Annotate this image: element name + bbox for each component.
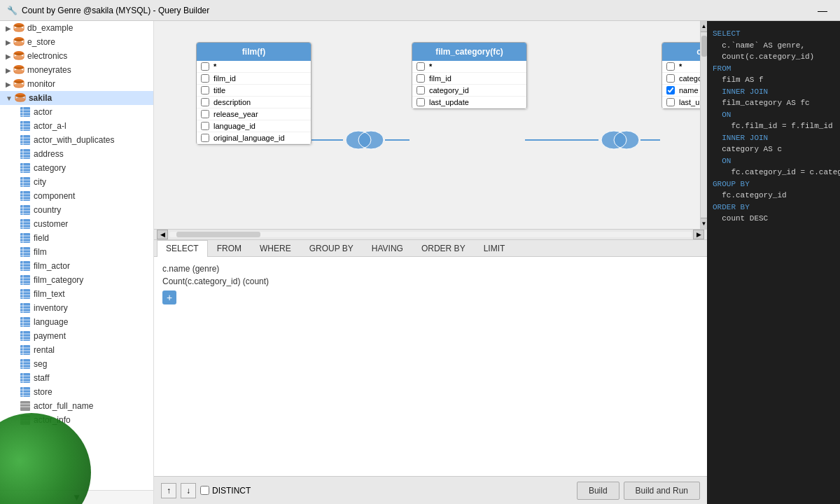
field-checkbox-category-name[interactable] (666, 86, 675, 94)
sql-tab-order-by[interactable]: ORDER BY (412, 240, 475, 256)
query-builder-area: film(f) * film_id title description rele… (154, 21, 707, 229)
sidebar-item-moneyrates[interactable]: ▶ moneyrates (0, 63, 153, 77)
field-checkbox-film_category-film_id[interactable] (416, 74, 425, 83)
move-up-btn[interactable]: ↑ (161, 483, 176, 498)
sidebar-item-sakila[interactable]: ▼ sakila (0, 91, 153, 105)
vscroll-down-btn[interactable]: ▼ (701, 218, 707, 229)
distinct-label: DISTINCT (212, 486, 251, 496)
field-checkbox-category-last_update[interactable] (666, 98, 675, 106)
hscroll-track[interactable] (169, 232, 692, 237)
table-name: address (34, 149, 64, 159)
sidebar-item-customer[interactable]: customer (0, 217, 153, 231)
sql-tab-where[interactable]: WHERE (251, 240, 300, 256)
sidebar-item-category[interactable]: category (0, 161, 153, 175)
expand-arrow: ▶ (6, 38, 11, 46)
sidebar-item-monitor[interactable]: ▶ monitor (0, 77, 153, 91)
sidebar-item-electronics[interactable]: ▶ electronics (0, 49, 153, 63)
sidebar-item-staff[interactable]: staff (0, 371, 153, 385)
sidebar-item-actor_a-l[interactable]: actor_a-l (0, 119, 153, 133)
title-bar-text: Count by Genre @sakila (MYSQL) - Query B… (22, 6, 209, 15)
table-name: film (34, 247, 47, 257)
svg-point-5 (14, 55, 24, 59)
sidebar-item-film_actor[interactable]: film_actor (0, 259, 153, 273)
join-icon-1[interactable] (344, 128, 385, 152)
sidebar-item-e_store[interactable]: ▶ e_store (0, 35, 153, 49)
sidebar-item-payment[interactable]: payment (0, 329, 153, 343)
sql-line: GROUP BY (713, 178, 834, 190)
sql-line: fc.category_id (713, 190, 834, 202)
sidebar-item-actor_with_duplicates[interactable]: actor_with_duplicates (0, 133, 153, 147)
qb-scroll-area[interactable]: film(f) * film_id title description rele… (154, 21, 700, 229)
db-name: monitor (27, 79, 55, 89)
field-name: last_update (679, 98, 700, 106)
field-checkbox-film-*[interactable] (201, 62, 209, 71)
sidebar-item-field[interactable]: field (0, 231, 153, 245)
field-checkbox-film-release_year[interactable] (201, 110, 209, 118)
table-name: field (34, 233, 49, 243)
sidebar-item-rental[interactable]: rental (0, 343, 153, 357)
field-name: film_id (429, 74, 451, 83)
field-name: * (679, 62, 682, 71)
table-field-category-name: name (662, 85, 700, 97)
sql-line: SELECT (713, 28, 834, 40)
field-checkbox-film_category-last_update[interactable] (416, 98, 425, 106)
sidebar-item-inventory[interactable]: inventory (0, 301, 153, 315)
sql-line: FROM (713, 63, 834, 75)
sql-line: film_category AS fc (713, 97, 834, 109)
table-field-film-film_id: film_id (197, 73, 311, 85)
table-icon (20, 176, 31, 188)
field-checkbox-film-language_id[interactable] (201, 122, 209, 130)
sql-tab-from[interactable]: FROM (208, 240, 251, 256)
sql-tab-limit[interactable]: LIMIT (475, 240, 514, 256)
field-checkbox-film_category-*[interactable] (416, 62, 425, 71)
sql-tab-select[interactable]: SELECT (157, 240, 208, 257)
add-field-btn[interactable]: + (162, 290, 176, 304)
table-name: rental (34, 345, 55, 355)
table-field-film-language_id: language_id (197, 120, 311, 132)
sidebar-item-store[interactable]: store (0, 385, 153, 399)
sidebar-item-city[interactable]: city (0, 175, 153, 189)
sidebar-item-film[interactable]: film (0, 245, 153, 259)
builder-vscrollbar[interactable]: ▲ ▼ (700, 21, 707, 229)
center-panel: film(f) * film_id title description rele… (154, 21, 707, 504)
bottom-bar: ↑ ↓ DISTINCT Build Build and Run (154, 476, 707, 504)
field-checkbox-film-title[interactable] (201, 86, 209, 94)
field-checkbox-film-original_language_id[interactable] (201, 134, 209, 142)
build-btn[interactable]: Build (577, 482, 620, 500)
sql-tab-having[interactable]: HAVING (363, 240, 412, 256)
hscrollbar-area: ◀ ▶ (154, 229, 707, 240)
sidebar-item-film_text[interactable]: film_text (0, 287, 153, 301)
svg-point-7 (14, 69, 24, 74)
sql-tab-group-by[interactable]: GROUP BY (300, 240, 363, 256)
sidebar-item-component[interactable]: component (0, 189, 153, 203)
sidebar-item-actor[interactable]: actor (0, 105, 153, 119)
svg-point-11 (15, 97, 25, 102)
sidebar-item-seg[interactable]: seg (0, 357, 153, 371)
field-name: * (429, 62, 432, 71)
minimize-btn[interactable]: — (812, 5, 833, 16)
view-icon (20, 400, 31, 412)
action-buttons: Build Build and Run (577, 482, 700, 500)
sidebar-item-film_category[interactable]: film_category (0, 273, 153, 287)
move-down-btn[interactable]: ↓ (181, 483, 196, 498)
distinct-checkbox[interactable] (200, 486, 209, 495)
sidebar-item-address[interactable]: address (0, 147, 153, 161)
field-checkbox-category-*[interactable] (666, 62, 675, 71)
hscroll-right-btn[interactable]: ▶ (693, 230, 704, 239)
vscroll-up-btn[interactable]: ▲ (701, 21, 707, 32)
field-checkbox-category-category_id[interactable] (666, 74, 675, 83)
sidebar-item-actor_full_name[interactable]: actor_full_name (0, 399, 153, 413)
database-icon (15, 92, 26, 104)
title-bar-icon: 🔧 (7, 6, 18, 15)
hscroll-left-btn[interactable]: ◀ (157, 230, 168, 239)
sql-line: category AS c (713, 144, 834, 155)
sidebar-item-country[interactable]: country (0, 203, 153, 217)
field-checkbox-film_category-category_id[interactable] (416, 86, 425, 94)
join-icon-2[interactable] (600, 128, 640, 152)
sidebar-item-language[interactable]: language (0, 315, 153, 329)
field-checkbox-film-film_id[interactable] (201, 74, 209, 83)
field-checkbox-film-description[interactable] (201, 98, 209, 106)
table-name: language (34, 317, 68, 327)
build-run-btn[interactable]: Build and Run (624, 482, 700, 500)
sidebar-item-db_example[interactable]: ▶ db_example (0, 21, 153, 35)
